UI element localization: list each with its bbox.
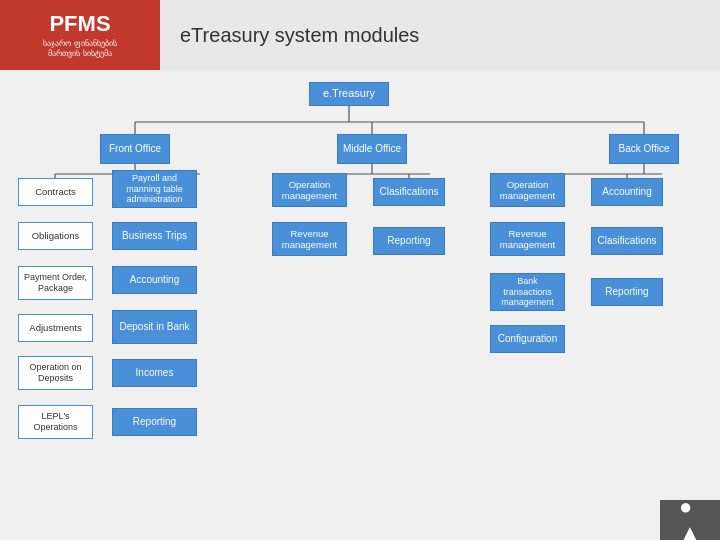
user-icon: ●▲	[679, 494, 701, 540]
node-reporting-f: Reporting	[112, 408, 197, 436]
node-accounting-f: Accounting	[112, 266, 197, 294]
node-op-mgmt-m: Operation management	[272, 173, 347, 207]
node-lepls: LEPL's Operations	[18, 405, 93, 439]
logo-title: PFMS	[49, 11, 110, 37]
node-revenue-mgmt-b: Revenue management	[490, 222, 565, 256]
node-payment-order: Payment Order, Package	[18, 266, 93, 300]
node-classifications-b: Clasifications	[591, 227, 663, 255]
header: PFMS საჯარო ფინანსებისმართვის სისტემა eT…	[0, 0, 720, 70]
node-back-office: Back Office	[609, 134, 679, 164]
node-revenue-mgmt-m: Revenue management	[272, 222, 347, 256]
node-deposit-bank: Deposit in Bank	[112, 310, 197, 344]
node-op-mgmt-b: Operation management	[490, 173, 565, 207]
node-business-trips: Business Trips	[112, 222, 197, 250]
page-title: eTreasury system modules	[180, 24, 419, 47]
node-accounting-b: Accounting	[591, 178, 663, 206]
node-classifications-m: Clasifications	[373, 178, 445, 206]
node-front-office: Front Office	[100, 134, 170, 164]
node-adjustments: Adjustments	[18, 314, 93, 342]
node-bank-transactions: Bank transactions management	[490, 273, 565, 311]
logo-subtitle: საჯარო ფინანსებისმართვის სისტემა	[43, 39, 116, 60]
main-content: e.Treasury Front Office Middle Office Ba…	[0, 70, 720, 540]
node-obligations: Obligations	[18, 222, 93, 250]
node-configuration: Configuration	[490, 325, 565, 353]
node-incomes: Incomes	[112, 359, 197, 387]
node-etreasury: e.Treasury	[309, 82, 389, 106]
node-contracts: Contracts	[18, 178, 93, 206]
user-icon-bar: ●▲	[660, 500, 720, 540]
logo-box: PFMS საჯარო ფინანსებისმართვის სისტემა	[0, 0, 160, 70]
node-reporting-b: Reporting	[591, 278, 663, 306]
node-op-deposits: Operation on Deposits	[18, 356, 93, 390]
node-payroll: Payroll and manning table administration	[112, 170, 197, 208]
node-reporting-m: Reporting	[373, 227, 445, 255]
node-middle-office: Middle Office	[337, 134, 407, 164]
